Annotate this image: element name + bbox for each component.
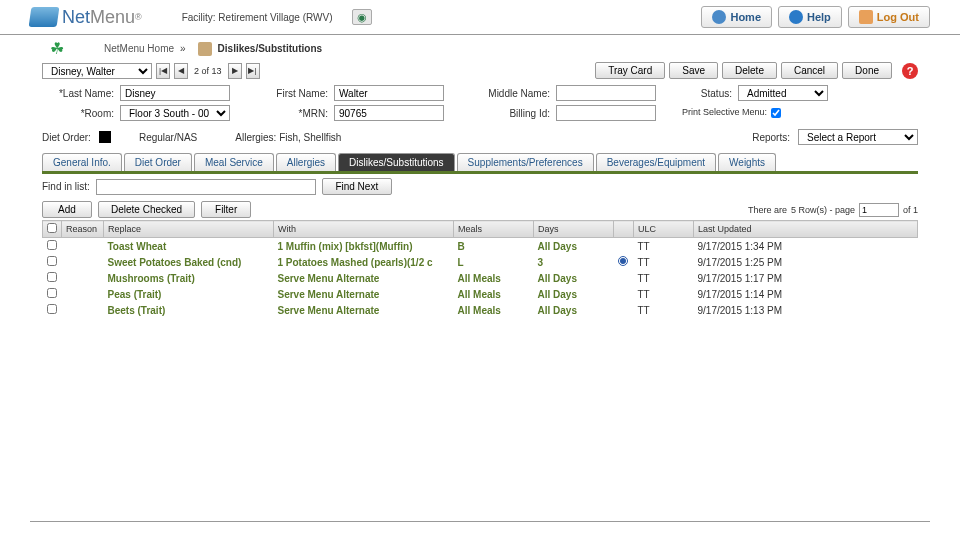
facility-label: Facility: Retirement Village (RWV) [182,12,333,23]
next-button[interactable]: ▶ [228,63,242,79]
table-row[interactable]: Peas (Trait)Serve Menu AlternateAll Meal… [43,286,918,302]
middlename-label: Middle Name: [470,88,550,99]
save-button[interactable]: Save [669,62,718,79]
row-checkbox[interactable] [47,256,57,266]
tab-meal-service[interactable]: Meal Service [194,153,274,171]
traycard-button[interactable]: Tray Card [595,62,665,79]
col-header[interactable]: Replace [104,221,274,238]
row-checkbox[interactable] [47,272,57,282]
allergies-text: Allergies: Fish, Shellfish [235,132,341,143]
patient-select[interactable]: Disney, Walter [42,63,152,79]
page-icon [198,42,212,56]
reports-select[interactable]: Select a Report [798,129,918,145]
delete-button[interactable]: Delete [722,62,777,79]
home-label: Home [730,11,761,23]
selectall-checkbox[interactable] [47,223,57,233]
filter-button[interactable]: Filter [201,201,251,218]
dietorder-indicator [99,131,111,143]
row-checkbox[interactable] [47,304,57,314]
tab-supplements-preferences[interactable]: Supplements/Preferences [457,153,594,171]
table-row[interactable]: Mushrooms (Trait)Serve Menu AlternateAll… [43,270,918,286]
col-header[interactable]: Days [534,221,614,238]
breadcrumb-home[interactable]: NetMenu Home [104,43,174,54]
cell-replace: Beets (Trait) [104,302,274,318]
findnext-button[interactable]: Find Next [322,178,392,195]
prev-button[interactable]: ◀ [174,63,188,79]
col-header[interactable]: Meals [454,221,534,238]
globe-icon[interactable]: ◉ [352,9,372,25]
row-checkbox[interactable] [47,288,57,298]
cell-days: All Days [534,302,614,318]
room-select[interactable]: Floor 3 South - 004 [120,105,230,121]
table-row[interactable]: Beets (Trait)Serve Menu AlternateAll Mea… [43,302,918,318]
tab-dislikes-substitutions[interactable]: Dislikes/Substitutions [338,153,454,171]
tab-diet-order[interactable]: Diet Order [124,153,192,171]
billing-field[interactable] [556,105,656,121]
mrn-field[interactable] [334,105,444,121]
last-button[interactable]: ▶| [246,63,260,79]
find-label: Find in list: [42,181,90,192]
rowcount-suffix: of 1 [903,205,918,215]
add-button[interactable]: Add [42,201,92,218]
col-header[interactable]: With [274,221,454,238]
cell-meals: B [454,238,534,255]
cell-days: All Days [534,286,614,302]
cell-replace: Mushrooms (Trait) [104,270,274,286]
cell-ulc: TT [634,286,694,302]
cell-ulc: TT [634,238,694,255]
lastname-field[interactable] [120,85,230,101]
record-counter: 2 of 13 [192,66,224,76]
cell-meals: All Meals [454,302,534,318]
middlename-field[interactable] [556,85,656,101]
first-button[interactable]: |◀ [156,63,170,79]
cell-replace: Toast Wheat [104,238,274,255]
logout-icon [859,10,873,24]
help-button[interactable]: Help [778,6,842,28]
cancel-button[interactable]: Cancel [781,62,838,79]
mrn-label: *MRN: [256,108,328,119]
cell-updated: 9/17/2015 1:34 PM [694,238,918,255]
col-header[interactable]: Reason [62,221,104,238]
cell-updated: 9/17/2015 1:13 PM [694,302,918,318]
tab-beverages-equipment[interactable]: Beverages/Equipment [596,153,716,171]
print-selective-checkbox[interactable] [771,108,781,118]
done-button[interactable]: Done [842,62,892,79]
help-icon [789,10,803,24]
col-header[interactable]: ULC [634,221,694,238]
deletechecked-button[interactable]: Delete Checked [98,201,195,218]
status-label: Status: [682,88,732,99]
tab-weights[interactable]: Weights [718,153,776,171]
rowcount-prefix: There are [748,205,787,215]
cell-with: Serve Menu Alternate [274,302,454,318]
page-input[interactable] [859,203,899,217]
logout-button[interactable]: Log Out [848,6,930,28]
dietorder-label: Diet Order: [42,132,91,143]
home-button[interactable]: Home [701,6,772,28]
col-header[interactable]: Last Updated [694,221,918,238]
cell-meals: L [454,254,534,270]
firstname-field[interactable] [334,85,444,101]
find-input[interactable] [96,179,316,195]
cell-replace: Sweet Potatoes Baked (cnd) [104,254,274,270]
context-help-icon[interactable]: ? [902,63,918,79]
help-label: Help [807,11,831,23]
cell-days: All Days [534,238,614,255]
col-header[interactable] [43,221,62,238]
tab-bar: General Info.Diet OrderMeal ServiceAller… [42,153,918,174]
table-row[interactable]: Sweet Potatoes Baked (cnd)1 Potatoes Mas… [43,254,918,270]
dietorder-value: Regular/NAS [139,132,197,143]
col-header[interactable] [614,221,634,238]
tab-general-info-[interactable]: General Info. [42,153,122,171]
row-checkbox[interactable] [47,240,57,250]
logout-label: Log Out [877,11,919,23]
page-title: Dislikes/Substitutions [218,43,322,54]
cell-with: Serve Menu Alternate [274,286,454,302]
brand-net: Net [62,7,90,28]
table-row[interactable]: Toast Wheat1 Muffin (mix) [bkfst](Muffin… [43,238,918,255]
row-radio[interactable] [618,256,628,266]
cell-replace: Peas (Trait) [104,286,274,302]
tab-allergies[interactable]: Allergies [276,153,336,171]
dislikes-grid: ReasonReplaceWithMealsDaysULCLast Update… [42,220,918,318]
status-select[interactable]: Admitted [738,85,828,101]
app-logo: NetMenu® [30,7,142,28]
